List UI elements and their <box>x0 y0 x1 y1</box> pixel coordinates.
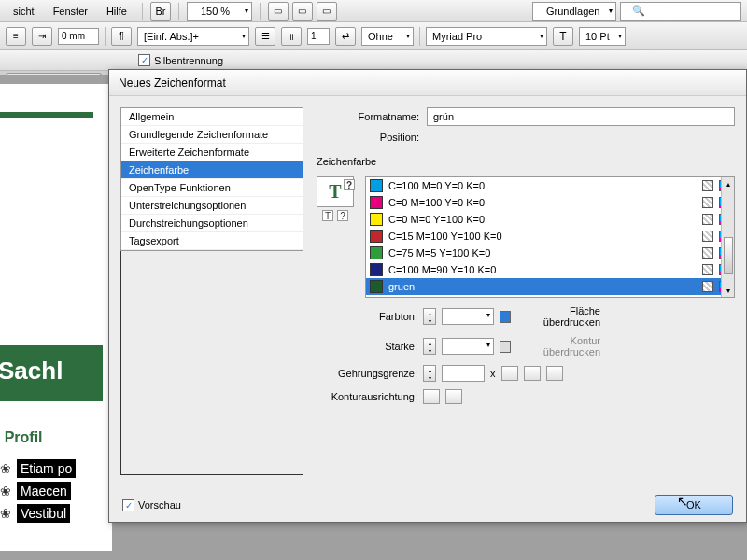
ok-button[interactable]: OK <box>655 495 733 515</box>
offset-field[interactable] <box>58 28 99 45</box>
swatch-row[interactable]: C=75 M=5 Y=100 K=0 <box>366 245 734 261</box>
cols-icon[interactable]: ☰ <box>255 27 275 46</box>
kontur-ueber-check[interactable]: Kontur überdrucken <box>500 335 600 357</box>
indent-icon[interactable]: ⇥ <box>32 27 52 46</box>
swatch-row[interactable]: C=100 M=90 Y=10 K=0 <box>366 261 734 278</box>
para-style-combo[interactable]: [Einf. Abs.]+ <box>137 27 249 46</box>
bullet-1: Etiam po <box>17 459 76 478</box>
farbton-label: Farbton: <box>317 311 417 322</box>
proxy-q1[interactable]: T <box>322 210 333 221</box>
formatname-input[interactable] <box>427 107 735 126</box>
category-row[interactable]: OpenType-Funktionen <box>121 179 303 197</box>
control-panel-2: ✓Silbentrennung <box>0 50 747 71</box>
heading-sach: Sachl <box>0 345 103 401</box>
size-icon[interactable]: T <box>553 27 573 46</box>
staerke-combo[interactable] <box>442 338 494 355</box>
bullet-icon: ❀ <box>0 461 11 476</box>
bullet-icon: ❀ <box>0 483 11 498</box>
swatch-row[interactable]: C=100 M=0 Y=0 K=0 <box>366 177 734 194</box>
proxy-q2[interactable]: ? <box>337 210 348 221</box>
formatname-label: Formatname: <box>317 111 419 122</box>
staerke-spin[interactable]: ▴▾ <box>423 338 436 355</box>
gehr-label: Gehrungsgrenze: <box>317 368 417 379</box>
menu-ansicht[interactable]: sicht <box>6 3 42 20</box>
workspace-combo[interactable]: Grundlagen <box>532 2 616 21</box>
heading-profil: r Profil <box>0 429 43 446</box>
bullet-2: Maecen <box>17 482 71 500</box>
farbton-combo[interactable] <box>442 308 494 325</box>
bridge-button[interactable]: Br <box>150 2 171 21</box>
category-row[interactable]: Allgemein <box>121 108 303 126</box>
menu-fenster[interactable]: Fenster <box>46 3 95 20</box>
bullet-3: Vestibul <box>17 504 70 523</box>
swatch-scrollbar[interactable]: ▴▾ <box>721 177 734 297</box>
farbton-spin[interactable]: ▴▾ <box>423 308 436 325</box>
font-combo[interactable]: Myriad Pro <box>426 27 547 46</box>
join-2-icon[interactable] <box>524 366 541 381</box>
swatch-row[interactable]: gruen <box>366 278 734 295</box>
view-mode-1-icon[interactable]: ▭ <box>268 2 289 21</box>
category-row[interactable]: Durchstreichungsoptionen <box>121 215 303 232</box>
position-label: Position: <box>317 132 419 143</box>
search-icon: 🔍 <box>625 2 653 20</box>
view-mode-2-icon[interactable]: ▭ <box>292 2 313 21</box>
zoom-combo[interactable]: 150 % <box>187 2 252 21</box>
category-row[interactable]: Unterstreichungsoptionen <box>121 197 303 215</box>
konturaus-label: Konturausrichtung: <box>317 391 417 402</box>
join-1-icon[interactable] <box>501 366 518 381</box>
para-align-icon[interactable]: ≡ <box>6 27 26 46</box>
category-row[interactable]: Erweiterte Zeichenformate <box>121 144 303 161</box>
category-list[interactable]: AllgemeinGrundlegende ZeichenformateErwe… <box>120 107 303 251</box>
category-detail-box <box>120 251 303 475</box>
swatch-list[interactable]: C=100 M=0 Y=0 K=0C=0 M=100 Y=0 K=0C=0 M=… <box>365 176 735 298</box>
hyph-combo[interactable]: Ohne <box>361 27 414 46</box>
dialog-neues-zeichenformat: Neues Zeichenformat AllgemeinGrundlegend… <box>108 69 747 523</box>
para-style-icon[interactable]: ¶ <box>111 27 132 46</box>
flaeche-ueber-check[interactable]: Fläche überdrucken <box>500 305 600 328</box>
staerke-label: Stärke: <box>317 341 417 352</box>
gehr-x: x <box>490 368 496 379</box>
join-3-icon[interactable] <box>546 366 563 381</box>
cols2-icon[interactable]: ⫼ <box>281 27 302 46</box>
swatch-row[interactable]: C=0 M=100 Y=0 K=0 <box>366 194 734 211</box>
vorschau-check[interactable]: ✓Vorschau <box>122 499 181 511</box>
category-row[interactable]: Grundlegende Zeichenformate <box>121 126 303 144</box>
bullet-icon: ❀ <box>0 506 11 521</box>
category-row[interactable]: Tagsexport <box>121 232 303 250</box>
swatch-row[interactable]: C=15 M=100 Y=100 K=0 <box>366 228 734 245</box>
size-combo[interactable]: 10 Pt <box>579 27 626 46</box>
hyph-icon[interactable]: ⇄ <box>335 27 356 46</box>
swatch-row[interactable]: C=0 M=0 Y=100 K=0 <box>366 211 734 228</box>
dialog-title: Neues Zeichenformat <box>109 70 746 96</box>
section-title: Zeichenfarbe <box>317 156 735 167</box>
gehr-field[interactable] <box>442 365 485 382</box>
gehr-spin[interactable]: ▴▾ <box>423 365 436 382</box>
app-menubar: sicht Fenster Hilfe Br 150 % ▭ ▭ ▭ Grund… <box>0 0 747 22</box>
view-mode-3-icon[interactable]: ▭ <box>317 2 337 21</box>
align-stroke-1-icon[interactable] <box>423 389 440 404</box>
cols-field[interactable] <box>307 28 330 45</box>
silben-check[interactable]: ✓Silbentrennung <box>138 54 223 66</box>
align-stroke-2-icon[interactable] <box>445 389 462 404</box>
category-row[interactable]: Zeichenfarbe <box>121 161 303 179</box>
menu-hilfe[interactable]: Hilfe <box>99 3 134 20</box>
search-box[interactable]: 🔍 <box>620 2 741 21</box>
page: Sachl r Profil ❀Etiam po ❀Maecen ❀Vestib… <box>0 84 112 551</box>
fill-stroke-proxy[interactable]: T? <box>317 176 354 207</box>
control-panel: ≡ ⇥ ¶ [Einf. Abs.]+ ☰ ⫼ ⇄ Ohne Myriad Pr… <box>0 22 747 50</box>
